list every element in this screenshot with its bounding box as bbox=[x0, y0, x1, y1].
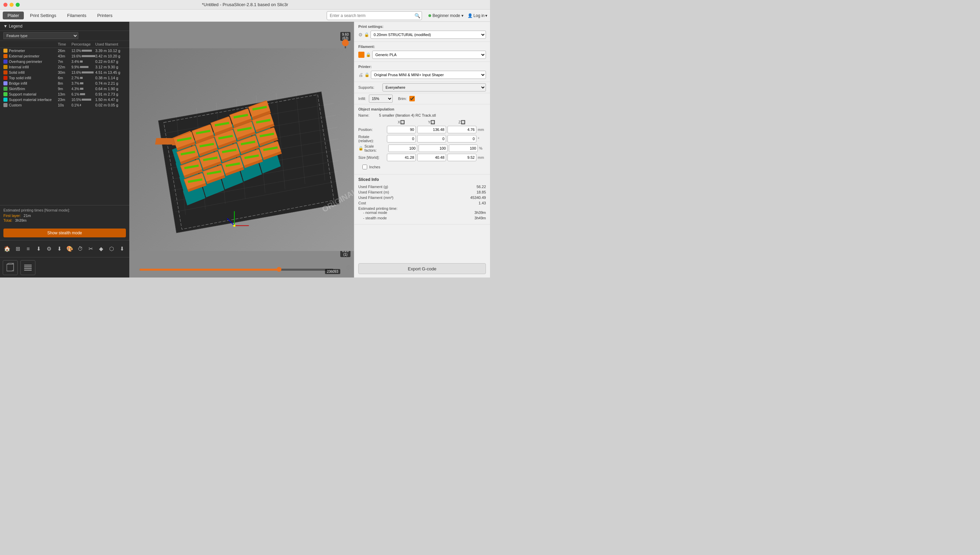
printer-lock-icon: 🔒 bbox=[365, 72, 370, 77]
layers-tool-icon[interactable]: ≡ bbox=[24, 244, 33, 254]
rotate-x-input[interactable] bbox=[387, 135, 416, 143]
top-nav: Plater Print Settings Filaments Printers… bbox=[0, 10, 490, 22]
rotate-z-input[interactable] bbox=[447, 135, 476, 143]
tab-print-settings[interactable]: Print Settings bbox=[25, 11, 61, 19]
chevron-down-icon: ▾ bbox=[485, 13, 487, 18]
position-z-input[interactable] bbox=[447, 126, 476, 133]
time-value: 23m bbox=[58, 98, 71, 102]
inches-row: Inches bbox=[358, 162, 486, 172]
3d-view-button[interactable] bbox=[3, 260, 18, 275]
filament-mm3-label: Used Filament (mm³) bbox=[358, 196, 394, 200]
feature-type-row: Feature type bbox=[0, 31, 129, 41]
printer-row: 🖨 🔒 Original Prusa MINI & MINI+ Input Sh… bbox=[358, 71, 486, 79]
support-tool-icon[interactable]: ⚙ bbox=[45, 244, 54, 254]
svg-rect-5 bbox=[24, 268, 32, 269]
svg-rect-3 bbox=[24, 265, 32, 266]
main-layout: ▼ Legend Feature type Time Percentage Us… bbox=[0, 22, 490, 278]
beginner-mode-selector[interactable]: Beginner mode ▾ bbox=[428, 13, 463, 18]
printer-icon: 🖨 bbox=[358, 72, 363, 77]
brim-checkbox[interactable] bbox=[410, 96, 415, 101]
color-swatch bbox=[3, 81, 8, 85]
feature-label: Bridge infill bbox=[9, 81, 58, 85]
layer-count-label: 236093 bbox=[325, 269, 340, 274]
add-tool-icon[interactable]: ⬇ bbox=[55, 244, 64, 254]
timing-title: Estimated printing times [Normal mode]: bbox=[3, 208, 126, 212]
position-label: Position: bbox=[358, 128, 386, 132]
login-button[interactable]: 👤 Log in ▾ bbox=[468, 13, 487, 18]
list-item: Perimeter 26m 12.0% 3.39 m 10.12 g bbox=[0, 48, 129, 53]
y-header: Y🔲 bbox=[417, 120, 446, 125]
scale-x-input[interactable] bbox=[388, 144, 417, 152]
legend-table: Perimeter 26m 12.0% 3.39 m 10.12 g Exter… bbox=[0, 48, 129, 205]
minimize-button[interactable] bbox=[10, 3, 14, 7]
pct-value: 19.6% bbox=[71, 55, 95, 58]
scale-z-input[interactable] bbox=[449, 144, 478, 152]
scale-y-input[interactable] bbox=[419, 144, 447, 152]
feature-label: Top solid infill bbox=[9, 76, 58, 80]
rotate-label: Rotate (relative): bbox=[358, 135, 386, 143]
scale-lock-icon[interactable]: 🔒 bbox=[358, 146, 363, 151]
infill-label: Infill: bbox=[358, 96, 366, 101]
layer-view-button[interactable] bbox=[21, 260, 35, 275]
cut-tool-icon[interactable]: ✂ bbox=[86, 244, 95, 254]
pct-value: 12.0% bbox=[71, 49, 95, 53]
layer-thumb[interactable] bbox=[276, 267, 281, 272]
export-gcode-button[interactable]: Export G-code bbox=[358, 263, 486, 274]
tab-filaments[interactable]: Filaments bbox=[62, 11, 91, 19]
name-label: Name: bbox=[358, 113, 377, 117]
filament-value: 3.39 m 10.12 g bbox=[95, 49, 129, 53]
filament-mm3-row: Used Filament (mm³) 45340.49 bbox=[358, 196, 486, 200]
printer-select[interactable]: Original Prusa MINI & MINI+ Input Shaper bbox=[371, 71, 486, 79]
size-x-input[interactable] bbox=[387, 154, 416, 161]
position-x-input[interactable] bbox=[387, 126, 416, 133]
supports-select[interactable]: Everywhere bbox=[382, 83, 486, 91]
infill-select[interactable]: 15% bbox=[369, 95, 393, 103]
green-dot-icon bbox=[428, 14, 431, 17]
rotate-y-input[interactable] bbox=[417, 135, 446, 143]
z-header: Z🔲 bbox=[447, 120, 476, 125]
tab-printers[interactable]: Printers bbox=[93, 11, 117, 19]
layer-progress bbox=[140, 269, 334, 271]
size-z-input[interactable] bbox=[447, 154, 476, 161]
search-input[interactable] bbox=[327, 11, 422, 20]
object-name-row: Name: 5 smaller (Iteration 4) RC Track.s… bbox=[358, 113, 486, 117]
viewport-settings-icon[interactable]: ⚙ bbox=[346, 264, 351, 271]
time-value: 30m bbox=[58, 71, 71, 74]
time-tool-icon[interactable]: ⏱ bbox=[76, 244, 85, 254]
export-tool-icon[interactable]: ⬇ bbox=[117, 244, 127, 254]
filament-color-swatch bbox=[358, 52, 365, 58]
close-button[interactable] bbox=[3, 3, 8, 7]
scale-unit: % bbox=[479, 146, 489, 150]
home-tool-icon[interactable]: 🏠 bbox=[3, 244, 12, 254]
cost-value: 1.43 bbox=[479, 201, 486, 205]
filament-section: Filament: 🔒 Generic PLA bbox=[354, 42, 490, 62]
filament-value: 0.02 m 0.05 g bbox=[95, 103, 129, 107]
time-value: 8m bbox=[58, 81, 71, 85]
filament-select[interactable]: Generic PLA bbox=[372, 51, 486, 59]
pct-value: 2.7% bbox=[71, 76, 95, 80]
cost-row: Cost 1.43 bbox=[358, 201, 486, 205]
settings-lock-icon: 🔒 bbox=[364, 32, 369, 37]
pct-value: 3.7% bbox=[71, 82, 95, 85]
inches-checkbox[interactable] bbox=[362, 165, 367, 169]
filament-g-row: Used Filament (g) 56.22 bbox=[358, 184, 486, 189]
position-y-input[interactable] bbox=[417, 126, 446, 133]
supports-label: Supports: bbox=[358, 85, 381, 90]
supports-section: Supports: Everywhere bbox=[354, 82, 490, 93]
stealth-mode-button[interactable]: Show stealth mode bbox=[3, 229, 126, 237]
viewport[interactable]: 9.60 (63) 0.20 (1) bbox=[129, 22, 354, 278]
slice-tool-icon[interactable]: ⬇ bbox=[34, 244, 43, 254]
feature-label: Skirt/Brim bbox=[9, 87, 58, 91]
size-y-input[interactable] bbox=[417, 154, 446, 161]
list-item: Skirt/Brim 9m 4.3% 0.64 m 1.90 g bbox=[0, 86, 129, 91]
mesh-tool-icon[interactable]: ⬡ bbox=[107, 244, 116, 254]
maximize-button[interactable] bbox=[16, 3, 20, 7]
shape-tool-icon[interactable]: ◆ bbox=[96, 244, 106, 254]
arrange-tool-icon[interactable]: ⊞ bbox=[13, 244, 22, 254]
print-settings-select[interactable]: 0.20mm STRUCTURAL (modified) bbox=[371, 30, 486, 39]
time-value: 43m bbox=[58, 54, 71, 58]
feature-type-dropdown[interactable]: Feature type bbox=[3, 32, 78, 39]
tab-plater[interactable]: Plater bbox=[3, 11, 24, 19]
color-tool-icon[interactable]: 🎨 bbox=[65, 244, 74, 254]
layer-track[interactable] bbox=[140, 269, 334, 271]
